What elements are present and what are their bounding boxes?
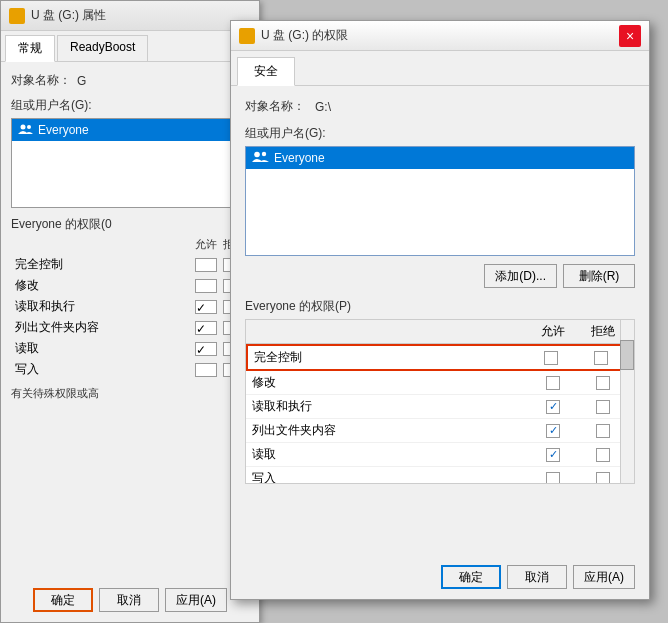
dialog-body: 对象名称： G:\ 组或用户名(G): Everyone 添加(D)... 删除… bbox=[231, 86, 649, 496]
bg-people-icon bbox=[18, 122, 34, 138]
permissions-table-wrapper: 允许 拒绝 完全控制 修改 bbox=[245, 319, 635, 484]
dialog-icon bbox=[239, 28, 255, 44]
object-row: 对象名称： G:\ bbox=[245, 98, 635, 115]
scrollbar-thumb[interactable] bbox=[620, 340, 634, 370]
bg-hint-text: 有关待殊权限或高 bbox=[11, 386, 249, 401]
user-list-box: Everyone bbox=[245, 146, 635, 256]
perm-row-3: 列出文件夹内容 ✓ bbox=[246, 419, 634, 443]
perm-row-4: 读取 ✓ bbox=[246, 443, 634, 467]
svg-point-3 bbox=[262, 152, 266, 156]
group-label: 组或用户名(G): bbox=[245, 125, 635, 142]
perm-name-4: 读取 bbox=[252, 446, 528, 463]
dialog-title-left: U 盘 (G:) 的权限 bbox=[239, 27, 348, 44]
bg-object-value: G bbox=[77, 74, 86, 88]
dialog-apply-button[interactable]: 应用(A) bbox=[573, 565, 635, 589]
tab-readyboost[interactable]: ReadyBoost bbox=[57, 35, 148, 61]
user-btn-row: 添加(D)... 删除(R) bbox=[245, 264, 635, 288]
bg-perm-header: 允许 拒绝 bbox=[11, 237, 249, 252]
tab-general[interactable]: 常规 bbox=[5, 35, 55, 62]
perm-deny-3[interactable] bbox=[596, 424, 610, 438]
bg-user-name: Everyone bbox=[38, 123, 89, 137]
bg-content: 对象名称： G 组或用户名(G): Everyone Everyone 的权限(… bbox=[1, 62, 259, 411]
remove-button[interactable]: 删除(R) bbox=[563, 264, 635, 288]
perm-deny-0[interactable] bbox=[594, 351, 608, 365]
bg-cancel-button[interactable]: 取消 bbox=[99, 588, 159, 612]
bg-apply-button[interactable]: 应用(A) bbox=[165, 588, 227, 612]
tab-security[interactable]: 安全 bbox=[237, 57, 295, 86]
perm-deny-4[interactable] bbox=[596, 448, 610, 462]
bg-perm-row-1: 修改 bbox=[11, 275, 249, 296]
dialog-close-button[interactable]: × bbox=[619, 25, 641, 47]
user-item-everyone[interactable]: Everyone bbox=[246, 147, 634, 169]
usb-drive-icon bbox=[9, 8, 25, 24]
dialog-titlebar: U 盘 (G:) 的权限 × bbox=[231, 21, 649, 51]
dialog-title: U 盘 (G:) 的权限 bbox=[261, 27, 348, 44]
svg-point-0 bbox=[21, 125, 26, 130]
user-people-icon bbox=[252, 151, 270, 165]
perm-allow-4[interactable]: ✓ bbox=[546, 448, 560, 462]
bg-titlebar: U 盘 (G:) 属性 bbox=[1, 1, 259, 31]
dialog-cancel-button[interactable]: 取消 bbox=[507, 565, 567, 589]
main-dialog: U 盘 (G:) 的权限 × 安全 对象名称： G:\ 组或用户名(G): bbox=[230, 20, 650, 600]
bg-permissions-list: 完全控制 修改 读取和执行✓ 列出文件夹内容✓ 读取✓ 写入 bbox=[11, 254, 249, 380]
add-button[interactable]: 添加(D)... bbox=[484, 264, 557, 288]
dialog-ok-button[interactable]: 确定 bbox=[441, 565, 501, 589]
bg-ok-button[interactable]: 确定 bbox=[33, 588, 93, 612]
perm-allow-3[interactable]: ✓ bbox=[546, 424, 560, 438]
perm-name-1: 修改 bbox=[252, 374, 528, 391]
svg-point-1 bbox=[27, 125, 31, 129]
perm-allow-1[interactable] bbox=[546, 376, 560, 390]
perm-row-1: 修改 bbox=[246, 371, 634, 395]
perm-allow-2[interactable]: ✓ bbox=[546, 400, 560, 414]
object-label: 对象名称： bbox=[245, 98, 305, 115]
dialog-bottom-buttons: 确定 取消 应用(A) bbox=[231, 565, 649, 589]
perm-name-0: 完全控制 bbox=[254, 349, 526, 366]
bg-window-title: U 盘 (G:) 属性 bbox=[31, 7, 106, 24]
perm-deny-5[interactable] bbox=[596, 472, 610, 485]
bg-group-label: 组或用户名(G): bbox=[11, 97, 249, 114]
svg-point-2 bbox=[254, 152, 260, 158]
perms-header: 允许 拒绝 bbox=[246, 320, 634, 344]
user-name: Everyone bbox=[274, 151, 325, 165]
bg-object-row: 对象名称： G bbox=[11, 72, 249, 89]
bg-user-item-everyone[interactable]: Everyone bbox=[12, 119, 248, 141]
perm-row-5: 写入 bbox=[246, 467, 634, 484]
perm-name-3: 列出文件夹内容 bbox=[252, 422, 528, 439]
bg-perms-label: Everyone 的权限(0 bbox=[11, 216, 249, 233]
bg-user-list: Everyone bbox=[11, 118, 249, 208]
perm-row-0: 完全控制 bbox=[246, 344, 634, 371]
bg-perm-row-5: 写入 bbox=[11, 359, 249, 380]
bg-bottom-buttons: 确定 取消 应用(A) bbox=[1, 588, 259, 612]
bg-object-label: 对象名称： bbox=[11, 72, 71, 89]
object-value: G:\ bbox=[315, 100, 331, 114]
background-window: U 盘 (G:) 属性 常规 ReadyBoost 对象名称： G 组或用户名(… bbox=[0, 0, 260, 623]
col-allow: 允许 bbox=[528, 323, 578, 340]
perm-row-2: 读取和执行 ✓ bbox=[246, 395, 634, 419]
perms-label: Everyone 的权限(P) bbox=[245, 298, 635, 315]
bg-perm-row-2: 读取和执行✓ bbox=[11, 296, 249, 317]
bg-perm-row-0: 完全控制 bbox=[11, 254, 249, 275]
perm-allow-5[interactable] bbox=[546, 472, 560, 485]
bg-tabs: 常规 ReadyBoost bbox=[1, 31, 259, 62]
perm-name-2: 读取和执行 bbox=[252, 398, 528, 415]
perm-name-5: 写入 bbox=[252, 470, 528, 484]
scrollbar-track[interactable] bbox=[620, 320, 634, 483]
perm-deny-1[interactable] bbox=[596, 376, 610, 390]
perm-allow-0[interactable] bbox=[544, 351, 558, 365]
bg-perm-row-4: 读取✓ bbox=[11, 338, 249, 359]
dialog-tabs: 安全 bbox=[231, 51, 649, 86]
bg-perm-row-3: 列出文件夹内容✓ bbox=[11, 317, 249, 338]
perm-deny-2[interactable] bbox=[596, 400, 610, 414]
